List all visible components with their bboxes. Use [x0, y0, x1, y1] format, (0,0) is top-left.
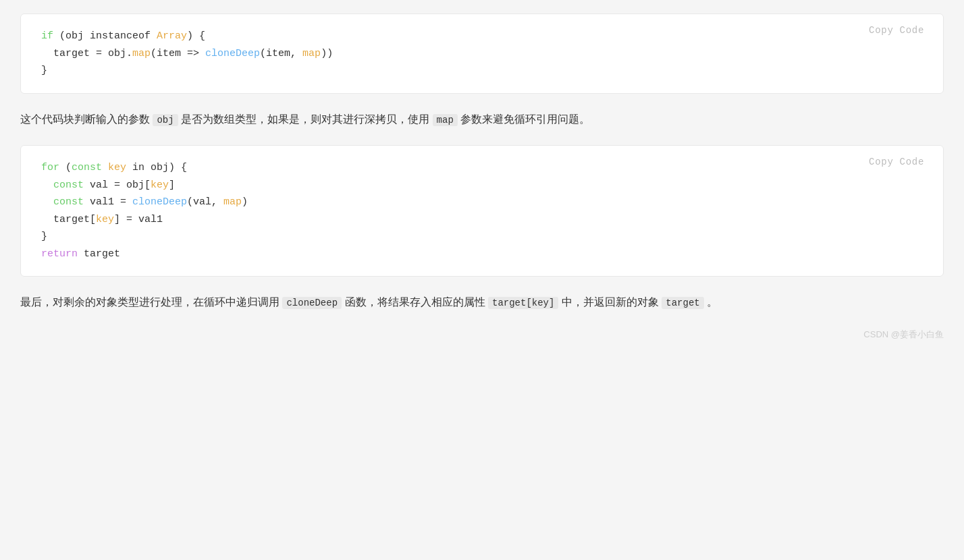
- prose-text-before-2: 最后，对剩余的对象类型进行处理，在循环中递归调用: [20, 296, 279, 308]
- code-block-1: Copy Code if (obj instanceof Array) { ta…: [20, 13, 944, 94]
- prose-inline-code-target: target: [662, 297, 703, 309]
- copy-code-button-1[interactable]: Copy Code: [863, 22, 930, 38]
- prose-text-before-1: 这个代码块判断输入的参数: [20, 113, 150, 125]
- prose-text-end-2: 。: [707, 296, 718, 308]
- prose-paragraph-1: 这个代码块判断输入的参数 obj 是否为数组类型，如果是，则对其进行深拷贝，使用…: [20, 110, 944, 130]
- prose-inline-code-targetkey: target[key]: [488, 297, 558, 309]
- copy-code-button-2[interactable]: Copy Code: [863, 154, 930, 170]
- prose-text-middle-2: 参数来避免循环引用问题。: [460, 113, 590, 125]
- prose-text-middle-2a: 函数，将结果存入相应的属性: [345, 296, 485, 308]
- prose-text-middle-1: 是否为数组类型，如果是，则对其进行深拷贝，使用: [181, 113, 429, 125]
- prose-inline-code-obj: obj: [153, 114, 178, 126]
- prose-inline-code-clonedeep: cloneDeep: [282, 297, 342, 309]
- footer-credit: CSDN @姜香小白鱼: [20, 329, 944, 341]
- prose-text-middle-2b: 中，并返回新的对象: [562, 296, 659, 308]
- code-block-2: Copy Code for (const key in obj) { const…: [20, 145, 944, 277]
- code-content-2: for (const key in obj) { const val = obj…: [41, 159, 923, 262]
- code-content-1: if (obj instanceof Array) { target = obj…: [41, 28, 923, 80]
- prose-paragraph-2: 最后，对剩余的对象类型进行处理，在循环中递归调用 cloneDeep 函数，将结…: [20, 293, 944, 312]
- prose-inline-code-map: map: [433, 114, 458, 126]
